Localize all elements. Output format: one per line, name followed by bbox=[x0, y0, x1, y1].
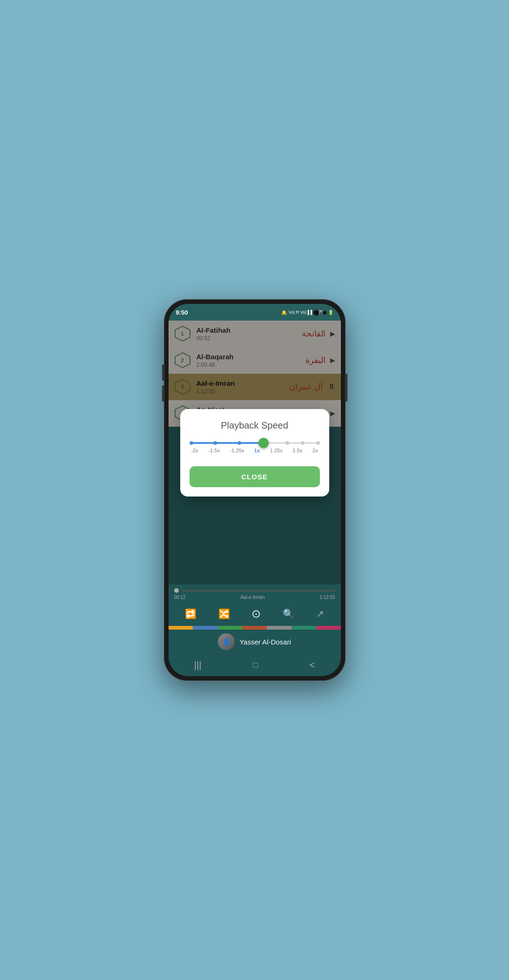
surah-list: 1 Al-Fatihah 00:52 الفاتحة ▶ 2 Al-Baqara… bbox=[169, 321, 341, 584]
label-125x: 1.25x bbox=[270, 448, 283, 453]
player-progress bbox=[174, 588, 335, 593]
camera-lens-main bbox=[313, 309, 319, 316]
nav-back-button[interactable]: < bbox=[309, 660, 315, 671]
color-strip-5 bbox=[267, 626, 292, 630]
tick-125x bbox=[285, 441, 289, 445]
phone-frame: 9:50 🔔 Vo) R Vo) ▌▌ 67% 🔋 1 Al-Fatihah 0… bbox=[164, 299, 346, 681]
shuffle-icon[interactable]: 🔀 bbox=[218, 608, 230, 619]
slider-track bbox=[191, 442, 318, 444]
color-strip-1 bbox=[169, 626, 193, 630]
color-strip-3 bbox=[217, 626, 242, 630]
slider-fill bbox=[191, 442, 264, 444]
tick-minus15x bbox=[213, 441, 217, 445]
tick-minus125x bbox=[238, 441, 241, 445]
nav-home-button[interactable]: □ bbox=[253, 660, 258, 670]
phone-screen: 9:50 🔔 Vo) R Vo) ▌▌ 67% 🔋 1 Al-Fatihah 0… bbox=[169, 304, 341, 676]
tick-15x bbox=[301, 441, 305, 445]
camera-lens-secondary bbox=[322, 310, 327, 315]
color-strip-6 bbox=[292, 626, 316, 630]
share-icon[interactable]: ↗ bbox=[316, 608, 324, 619]
speed-slider-container[interactable]: -2x -1.5x -1.25x 1x 1.25x 1.5x 2x bbox=[190, 442, 320, 453]
reciter-name: Yasser Al-Dosari bbox=[239, 638, 291, 646]
modal-title: Playback Speed bbox=[190, 420, 320, 431]
modal-overlay: Playback Speed bbox=[169, 321, 341, 584]
status-time: 9:50 bbox=[176, 309, 188, 316]
slider-thumb[interactable] bbox=[258, 438, 269, 448]
player-controls: 🔁 🔀 ⊙ 🔍 ↗ bbox=[174, 604, 335, 624]
label-2x: 2x bbox=[312, 448, 318, 453]
tick-2x bbox=[316, 441, 320, 445]
progress-track[interactable] bbox=[183, 590, 335, 591]
label-minus125x: -1.25x bbox=[230, 448, 244, 453]
power-button[interactable] bbox=[346, 374, 347, 402]
search-icon[interactable]: 🔍 bbox=[283, 608, 294, 619]
label-minus2x: -2x bbox=[191, 448, 198, 453]
label-15x: 1.5x bbox=[292, 448, 302, 453]
volume-up-button[interactable] bbox=[162, 364, 164, 381]
reciter-avatar: 👤 bbox=[218, 633, 235, 650]
signal-icon: 🔔 bbox=[281, 310, 287, 315]
label-1x: 1x bbox=[254, 448, 260, 453]
tick-minus2x bbox=[190, 441, 193, 445]
color-strip-2 bbox=[193, 626, 217, 630]
player-bar: 00:12 Aal-e-Imran 1:12:55 🔁 🔀 ⊙ 🔍 ↗ bbox=[169, 584, 341, 626]
speed-icon[interactable]: ⊙ bbox=[251, 607, 261, 620]
close-button[interactable]: CLOSE bbox=[190, 466, 320, 487]
repeat-icon[interactable]: 🔁 bbox=[185, 608, 197, 619]
nav-bar: ||| □ < bbox=[169, 654, 341, 676]
player-times: 00:12 Aal-e-Imran 1:12:55 bbox=[174, 595, 335, 600]
volume-down-button[interactable] bbox=[162, 385, 164, 402]
nav-menu-button[interactable]: ||| bbox=[194, 660, 202, 671]
reciter-bar: 👤 Yasser Al-Dosari bbox=[169, 630, 341, 654]
total-time: 1:12:55 bbox=[319, 595, 335, 600]
label-minus15x: -1.5x bbox=[208, 448, 219, 453]
progress-dot bbox=[174, 588, 179, 593]
slider-labels: -2x -1.5x -1.25x 1x 1.25x 1.5x 2x bbox=[191, 448, 318, 453]
playback-speed-modal: Playback Speed bbox=[180, 409, 329, 497]
camera-area bbox=[313, 309, 327, 316]
color-strip-7 bbox=[316, 626, 341, 630]
color-strips bbox=[169, 626, 341, 630]
color-strip-4 bbox=[242, 626, 267, 630]
current-time: 00:12 bbox=[174, 595, 186, 600]
battery-icon: 🔋 bbox=[328, 310, 333, 315]
network-icon: Vo) R Vo) ▌▌ bbox=[289, 310, 314, 315]
track-name: Aal-e-Imran bbox=[240, 595, 265, 600]
